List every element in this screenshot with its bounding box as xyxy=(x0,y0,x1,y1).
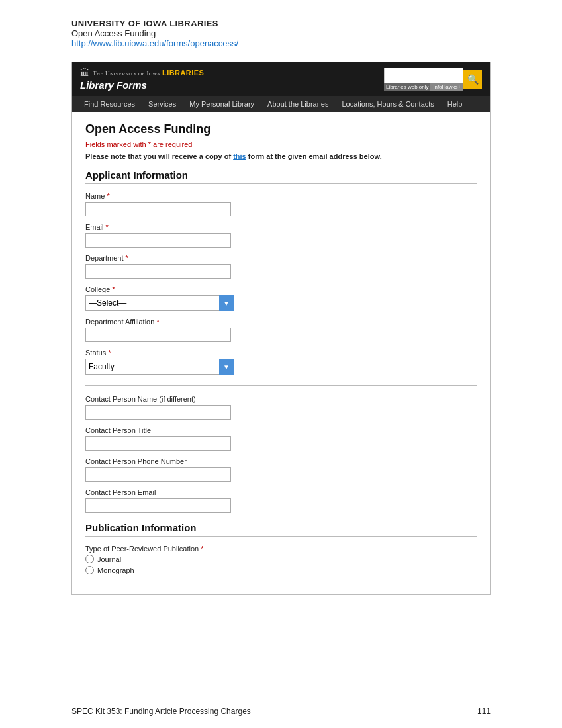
page-footer: SPEC Kit 353: Funding Article Processing… xyxy=(0,707,562,716)
nav-help[interactable]: Help xyxy=(441,96,469,112)
university-icon: 🏛 xyxy=(80,68,89,78)
applicant-section-title: Applicant Information xyxy=(85,169,477,184)
libraries-web-only-tab[interactable]: Libraries web only xyxy=(384,83,430,91)
pub-type-field-group: Type of Peer-Reviewed Publication * Jour… xyxy=(85,545,477,574)
name-label: Name * xyxy=(85,192,477,200)
journal-radio[interactable] xyxy=(85,555,94,563)
college-select-wrapper: —Select— xyxy=(85,295,234,311)
contact-title-input[interactable] xyxy=(85,436,231,451)
pub-type-label: Type of Peer-Reviewed Publication * xyxy=(85,545,477,553)
top-text-area: UNIVERSITY OF IOWA LIBRARIES Open Access… xyxy=(0,0,562,55)
nav-services[interactable]: Services xyxy=(142,96,183,112)
nav-about-libraries[interactable]: About the Libraries xyxy=(261,96,335,112)
required-note: Fields marked with * are required xyxy=(85,140,477,148)
dept-affiliation-field-group: Department Affiliation * xyxy=(85,318,477,342)
form-title: Open Access Funding xyxy=(85,122,477,136)
dept-affiliation-input[interactable] xyxy=(85,328,231,342)
logo-area: 🏛 THE UNIVERSITY OF IOWA LIBRARIES Libra… xyxy=(80,68,204,91)
name-input[interactable] xyxy=(85,202,231,216)
university-header: 🏛 THE UNIVERSITY OF IOWA LIBRARIES Libra… xyxy=(72,62,490,96)
contact-phone-input[interactable] xyxy=(85,467,231,482)
email-field-group: Email * xyxy=(85,223,477,248)
department-input[interactable] xyxy=(85,264,231,279)
top-url-link[interactable]: http://www.lib.uiowa.edu/forms/openacces… xyxy=(71,38,238,48)
college-select[interactable]: —Select— xyxy=(85,295,234,311)
monograph-radio[interactable] xyxy=(85,566,94,574)
nav-find-resources[interactable]: Find Resources xyxy=(77,96,142,112)
form-area: Open Access Funding Fields marked with *… xyxy=(72,112,490,594)
contact-name-input[interactable] xyxy=(85,405,231,420)
status-select[interactable]: Faculty xyxy=(85,359,234,375)
status-label: Status * xyxy=(85,349,477,357)
top-subtitle: Open Access Funding xyxy=(71,28,562,38)
name-field-group: Name * xyxy=(85,192,477,216)
contact-title-label: Contact Person Title xyxy=(85,426,477,434)
infohawks-tab[interactable]: InfoHawks+ xyxy=(430,83,463,91)
contact-email-input[interactable] xyxy=(85,498,231,513)
contact-email-field-group: Contact Person Email xyxy=(85,488,477,513)
contact-name-field-group: Contact Person Name (if different) xyxy=(85,395,477,420)
contact-phone-field-group: Contact Person Phone Number xyxy=(85,457,477,482)
footer-left: SPEC Kit 353: Funding Article Processing… xyxy=(71,707,251,716)
section-divider-1 xyxy=(85,385,477,386)
status-select-wrapper: Faculty xyxy=(85,359,234,375)
search-button[interactable]: 🔍 xyxy=(463,70,482,89)
nav-locations[interactable]: Locations, Hours & Contacts xyxy=(335,96,440,112)
dept-affiliation-label: Department Affiliation * xyxy=(85,318,477,326)
college-field-group: College * —Select— xyxy=(85,285,477,311)
status-field-group: Status * Faculty xyxy=(85,349,477,375)
email-label: Email * xyxy=(85,223,477,231)
college-label: College * xyxy=(85,285,477,293)
main-content-box: 🏛 THE UNIVERSITY OF IOWA LIBRARIES Libra… xyxy=(71,62,491,595)
department-label: Department * xyxy=(85,254,477,262)
contact-title-field-group: Contact Person Title xyxy=(85,426,477,451)
footer-right: 111 xyxy=(477,707,491,716)
email-input[interactable] xyxy=(85,233,231,248)
search-area: Libraries web only InfoHawks+ 🔍 xyxy=(384,68,482,91)
copy-notice: Please note that you will receive a copy… xyxy=(85,152,477,160)
publication-section-title: Publication Information xyxy=(85,522,477,537)
nav-my-personal-library[interactable]: My Personal Library xyxy=(183,96,261,112)
institution-title: UNIVERSITY OF IOWA LIBRARIES xyxy=(71,19,562,28)
monograph-radio-item[interactable]: Monograph xyxy=(85,566,477,574)
pub-type-radio-group: Journal Monograph xyxy=(85,555,477,574)
search-icon: 🔍 xyxy=(467,74,479,85)
contact-email-label: Contact Person Email xyxy=(85,488,477,496)
nav-bar: Find Resources Services My Personal Libr… xyxy=(72,96,490,112)
contact-name-label: Contact Person Name (if different) xyxy=(85,395,477,403)
university-name: THE UNIVERSITY OF IOWA LIBRARIES xyxy=(93,69,204,77)
library-forms-label: Library Forms xyxy=(80,79,147,91)
search-input[interactable] xyxy=(384,68,463,83)
contact-phone-label: Contact Person Phone Number xyxy=(85,457,477,465)
journal-radio-item[interactable]: Journal xyxy=(85,555,477,563)
this-form-link[interactable]: this xyxy=(233,152,246,160)
department-field-group: Department * xyxy=(85,254,477,279)
